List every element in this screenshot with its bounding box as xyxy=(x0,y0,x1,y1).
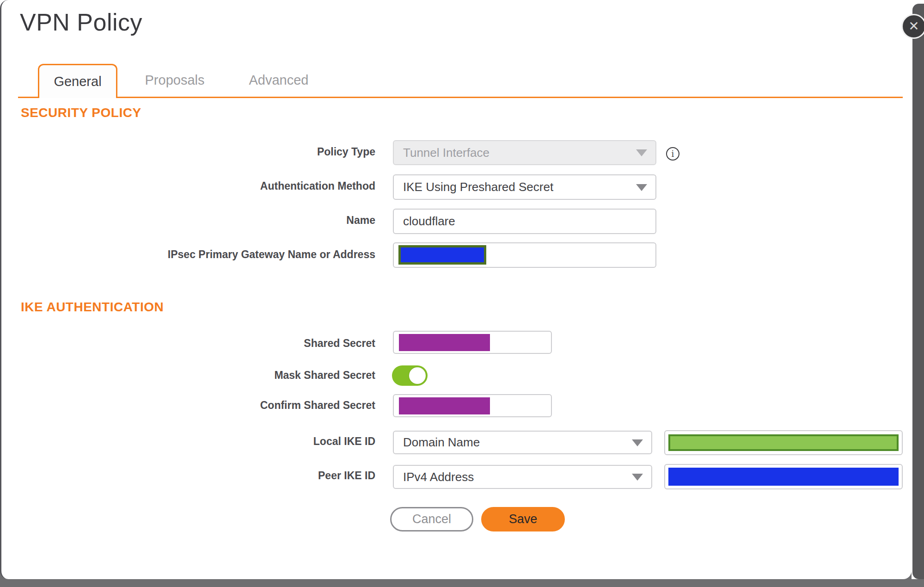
authentication-method-select[interactable]: IKE Using Preshared Secret xyxy=(393,174,656,200)
peer-ike-id-label: Peer IKE ID xyxy=(1,470,375,482)
mask-shared-secret-toggle[interactable] xyxy=(392,365,428,386)
chevron-down-icon xyxy=(636,149,647,156)
ipsec-primary-gateway-label: IPsec Primary Gateway Name or Address xyxy=(1,248,375,261)
authentication-method-value: IKE Using Preshared Secret xyxy=(403,180,553,194)
local-ike-id-type-select[interactable]: Domain Name xyxy=(393,431,652,454)
peer-ike-id-redaction xyxy=(668,468,899,486)
local-ike-id-type-value: Domain Name xyxy=(403,435,480,450)
tab-general[interactable]: General xyxy=(38,64,117,98)
shared-secret-label: Shared Secret xyxy=(1,337,375,350)
page-edge-strip xyxy=(912,4,924,579)
tab-underline xyxy=(18,97,903,98)
name-label: Name xyxy=(1,214,375,227)
dialog-title: VPN Policy xyxy=(20,8,142,36)
confirm-shared-secret-input[interactable] xyxy=(393,394,552,417)
close-button[interactable]: ✕ xyxy=(901,14,924,39)
confirm-shared-secret-redaction xyxy=(399,397,490,414)
shared-secret-redaction xyxy=(399,334,490,351)
toggle-knob xyxy=(409,367,426,384)
gateway-value-redaction xyxy=(398,245,486,265)
dialog-bottom-edge xyxy=(0,579,924,587)
mask-shared-secret-label: Mask Shared Secret xyxy=(1,369,375,382)
authentication-method-label: Authentication Method xyxy=(1,180,375,192)
policy-type-value: Tunnel Interface xyxy=(403,146,490,160)
local-ike-id-label: Local IKE ID xyxy=(1,435,375,448)
section-heading-ike-authentication: IKE AUTHENTICATION xyxy=(21,300,164,315)
local-ike-id-input[interactable] xyxy=(664,430,903,455)
close-icon: ✕ xyxy=(908,20,919,33)
policy-type-select: Tunnel Interface xyxy=(393,140,656,165)
confirm-shared-secret-label: Confirm Shared Secret xyxy=(1,399,375,412)
save-button[interactable]: Save xyxy=(481,507,565,531)
chevron-down-icon xyxy=(632,474,643,481)
tab-advanced[interactable]: Advanced xyxy=(235,64,323,97)
cancel-button[interactable]: Cancel xyxy=(390,507,473,531)
tab-proposals[interactable]: Proposals xyxy=(131,64,219,97)
name-input[interactable] xyxy=(393,209,656,234)
chevron-down-icon xyxy=(636,184,647,191)
chevron-down-icon xyxy=(632,439,643,446)
peer-ike-id-input[interactable] xyxy=(664,464,903,489)
section-heading-security-policy: SECURITY POLICY xyxy=(21,105,141,120)
info-icon[interactable]: i xyxy=(666,147,679,161)
policy-type-label: Policy Type xyxy=(1,146,375,158)
ipsec-primary-gateway-input[interactable] xyxy=(393,242,656,268)
shared-secret-input[interactable] xyxy=(393,331,552,354)
local-ike-id-redaction xyxy=(668,434,899,451)
peer-ike-id-type-select[interactable]: IPv4 Address xyxy=(393,465,652,489)
peer-ike-id-type-value: IPv4 Address xyxy=(403,470,474,484)
vpn-policy-dialog: VPN Policy General Proposals Advanced SE… xyxy=(0,0,912,579)
